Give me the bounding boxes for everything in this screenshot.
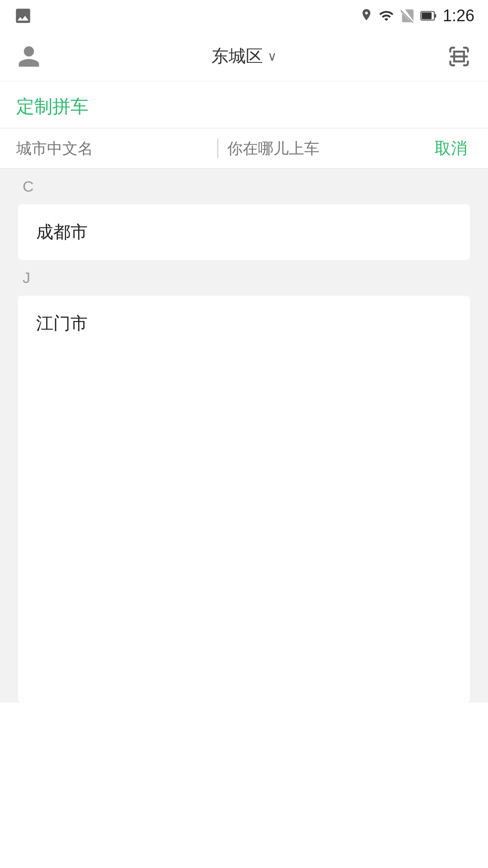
- list-item[interactable]: 成都市: [18, 204, 470, 260]
- section-header-j: J: [0, 260, 488, 296]
- page-title-bar: 定制拼车: [0, 81, 488, 128]
- city-name: 东城区: [211, 45, 263, 68]
- section-letter-j: J: [23, 269, 30, 286]
- scan-button[interactable]: [446, 44, 472, 69]
- list-item[interactable]: 江门市: [18, 296, 470, 351]
- person-icon: [16, 44, 42, 69]
- city-card-j: 江门市: [18, 296, 470, 703]
- search-divider: [217, 138, 218, 158]
- status-time: 1:26: [443, 6, 474, 25]
- city-list-container: C 成都市 J 江门市: [0, 169, 488, 703]
- location-pin-icon: [360, 8, 373, 24]
- search-city-input[interactable]: [16, 128, 208, 168]
- search-location-input[interactable]: [227, 128, 430, 168]
- svg-rect-1: [422, 13, 432, 19]
- chevron-down-icon: ∨: [267, 49, 277, 64]
- city-name-jiangmen: 江门市: [36, 314, 88, 333]
- page-title: 定制拼车: [16, 96, 89, 116]
- status-bar-right: 1:26: [360, 6, 474, 25]
- city-name-chengdu: 成都市: [36, 222, 88, 241]
- status-bar: 1:26: [0, 0, 488, 32]
- status-bar-left: [14, 6, 33, 25]
- section-letter-c: C: [23, 178, 34, 195]
- photo-icon: [14, 6, 33, 25]
- svg-rect-2: [434, 14, 436, 18]
- section-header-c: C: [0, 169, 488, 204]
- scan-icon: [447, 45, 471, 68]
- city-card-c: 成都市: [18, 204, 470, 260]
- header-city-selector[interactable]: 东城区 ∨: [211, 45, 277, 68]
- wifi-icon: [379, 8, 394, 24]
- cancel-button[interactable]: 取消: [430, 137, 472, 160]
- battery-icon: [420, 9, 437, 23]
- sim-icon: [399, 8, 415, 24]
- header: 东城区 ∨: [0, 32, 488, 81]
- avatar[interactable]: [16, 44, 42, 69]
- search-bar: 取消: [0, 128, 488, 169]
